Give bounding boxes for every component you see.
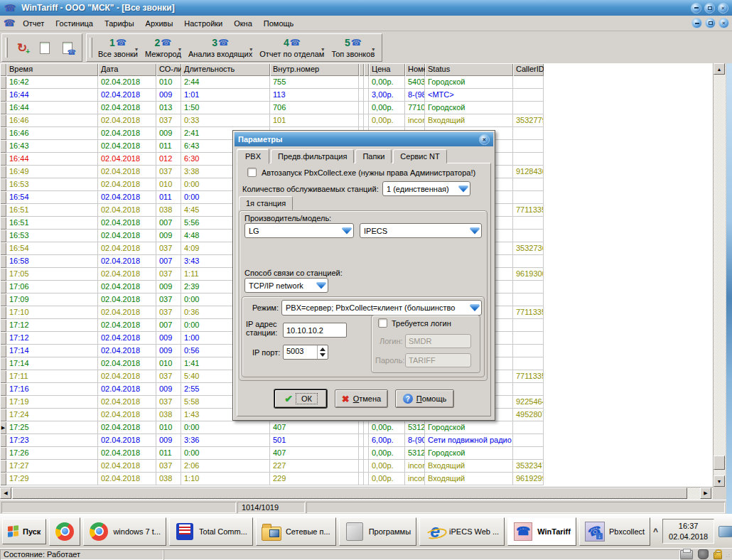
report-button-5[interactable]: 5☎▾Топ звонков <box>328 36 377 59</box>
dialog-close-icon[interactable]: ✕ <box>479 134 490 145</box>
chevron-down-icon[interactable]: ▾ <box>321 46 324 53</box>
row-selector[interactable] <box>0 76 6 89</box>
resize-grip[interactable]: .: <box>726 552 731 559</box>
scroll-right-icon[interactable]: ▶ <box>700 488 711 499</box>
menu-item-Отчет[interactable]: Отчет <box>17 17 50 30</box>
row-selector[interactable] <box>0 153 6 166</box>
row-selector[interactable] <box>0 345 6 357</box>
refresh-button[interactable]: ↻ + <box>11 37 33 58</box>
taskbar-item-Программы[interactable]: Программы <box>339 517 416 546</box>
report-button-3[interactable]: 3☎▾Анализ входящих <box>185 36 255 59</box>
spin-down-icon[interactable] <box>320 353 325 357</box>
taskbar-item-WinTariff[interactable]: ☎WinTariff <box>507 517 576 546</box>
login-required-checkbox[interactable] <box>378 318 387 328</box>
row-selector[interactable] <box>0 447 6 460</box>
row-selector[interactable] <box>0 370 6 383</box>
taskbar-item-Сетевые п...[interactable]: Сетевые п... <box>256 517 336 546</box>
chevron-down-icon[interactable]: ▾ <box>135 46 138 53</box>
ip-port-stepper[interactable]: 5003 <box>283 345 328 360</box>
row-selector[interactable] <box>0 434 6 447</box>
column-header-Внутр.номер[interactable]: Внутр.номер <box>270 63 359 76</box>
row-selector[interactable] <box>0 268 6 281</box>
row-selector[interactable] <box>0 204 6 217</box>
phone-report-button[interactable]: ☎ <box>56 37 79 58</box>
row-selector[interactable] <box>0 166 6 178</box>
column-header-spacer6[interactable] <box>364 63 369 76</box>
tray-expand-icon[interactable]: ^ <box>653 527 658 537</box>
row-selector[interactable] <box>0 255 6 268</box>
tab-station-1[interactable]: 1я станция <box>239 196 293 210</box>
row-selector[interactable] <box>0 409 6 421</box>
menu-item-Архивы[interactable]: Архивы <box>140 17 179 30</box>
column-header-Status[interactable]: Status <box>425 63 513 76</box>
vendor-combobox[interactable]: LG <box>244 223 354 238</box>
taskbar-item-chrome[interactable] <box>49 517 80 546</box>
row-selector[interactable] <box>0 89 6 102</box>
menu-item-Тарифы[interactable]: Тарифы <box>99 17 140 30</box>
toolbar-grip[interactable] <box>90 38 92 58</box>
row-selector[interactable] <box>0 217 6 230</box>
row-selector[interactable] <box>0 178 6 191</box>
row-selector[interactable] <box>0 191 6 204</box>
row-selector[interactable] <box>0 383 6 396</box>
menu-item-Настройки[interactable]: Настройки <box>178 17 228 30</box>
scroll-down-icon[interactable]: ▼ <box>714 475 725 487</box>
dialog-tab-Сервис NT[interactable]: Сервис NT <box>393 149 446 163</box>
row-selector[interactable] <box>0 127 6 140</box>
column-header-Дата[interactable]: Дата <box>98 63 156 76</box>
table-row[interactable]: 17:2602.04.20180110:004070,00р.5312Город… <box>0 447 713 460</box>
minimize-button-icon[interactable] <box>691 3 701 14</box>
vertical-scroll-thumb[interactable] <box>714 456 725 470</box>
current-row-marker[interactable]: ▶ <box>0 421 6 434</box>
table-row[interactable]: 16:4402.04.20180131:507060,00р.7710Город… <box>0 102 713 114</box>
ip-address-field[interactable] <box>283 323 347 338</box>
cancel-button[interactable]: ✖ Отмена <box>335 389 388 408</box>
model-combobox[interactable]: IPECS <box>360 223 482 238</box>
column-header-spacer5[interactable] <box>359 63 364 76</box>
taskbar-item-iPECS Web ...[interactable]: eiPECS Web ... <box>419 517 505 546</box>
row-selector[interactable] <box>0 140 6 153</box>
row-selector[interactable] <box>0 114 6 127</box>
row-selector[interactable] <box>0 319 6 332</box>
column-header-Время[interactable]: Время <box>6 63 98 76</box>
menu-item-Окна[interactable]: Окна <box>228 17 258 30</box>
column-header-CallerID[interactable]: CallerID <box>513 63 544 76</box>
link-method-combobox[interactable]: TCP/IP network <box>244 278 328 293</box>
scroll-left-icon[interactable]: ◀ <box>0 488 11 499</box>
row-selector[interactable] <box>0 460 6 473</box>
dialog-tab-Предв.фильтрация[interactable]: Предв.фильтрация <box>271 149 354 163</box>
mode-combobox[interactable]: PBX=сервер; PbxCollect=клиент (большинст… <box>281 300 482 316</box>
dialog-tab-PBX[interactable]: PBX <box>237 149 269 164</box>
row-selector[interactable] <box>0 332 6 345</box>
ok-button[interactable]: ✔ ОК <box>274 389 327 408</box>
table-row[interactable]: 17:2902.04.20180381:102290,00р.incomВход… <box>0 473 713 485</box>
taskbar-item-windows 7 t...[interactable]: windows 7 t... <box>83 517 166 546</box>
horizontal-scroll-thumb[interactable] <box>12 488 687 499</box>
tray-clock[interactable]: 16:37 02.04.2018 <box>662 519 714 544</box>
start-button[interactable]: Пуск <box>2 519 46 544</box>
password-field[interactable] <box>405 353 471 367</box>
dialog-tab-Папки[interactable]: Папки <box>355 149 392 163</box>
taskbar-item-Total Comm...[interactable]: Total Comm... <box>169 517 253 546</box>
toolbar-grip[interactable] <box>5 38 8 58</box>
row-selector[interactable] <box>0 396 6 409</box>
login-field[interactable] <box>405 334 471 348</box>
close-button-icon[interactable]: ✕ <box>718 3 728 14</box>
menu-item-Помощь[interactable]: Помощь <box>258 17 300 30</box>
column-header-СО-лин[interactable]: СО-лин <box>156 63 181 76</box>
row-selector[interactable] <box>0 281 6 294</box>
column-header-Длительность[interactable]: Длительность <box>181 63 270 76</box>
dialog-title-bar[interactable]: Параметры ✕ <box>235 132 493 146</box>
report-button-2[interactable]: 2☎▾Межгород <box>142 36 184 59</box>
table-row[interactable]: 16:4402.04.20180091:011133,00р.8-(98<МТС… <box>0 89 713 102</box>
table-row[interactable]: 17:2302.04.20180093:365016,00р.8-(90Сети… <box>0 434 713 447</box>
restore-button-icon[interactable] <box>704 3 715 14</box>
row-selector[interactable] <box>0 102 6 114</box>
table-row[interactable]: 17:2702.04.20180372:062270,00р.incomВход… <box>0 460 713 473</box>
scroll-up-icon[interactable]: ▲ <box>714 63 725 75</box>
mdi-close-button-icon[interactable]: ✕ <box>718 18 729 28</box>
report-page-button[interactable] <box>33 37 56 58</box>
row-selector[interactable] <box>0 357 6 370</box>
row-selector[interactable] <box>0 473 6 485</box>
table-row[interactable]: 16:4202.04.20180102:447550,00р.5403Город… <box>0 76 713 89</box>
